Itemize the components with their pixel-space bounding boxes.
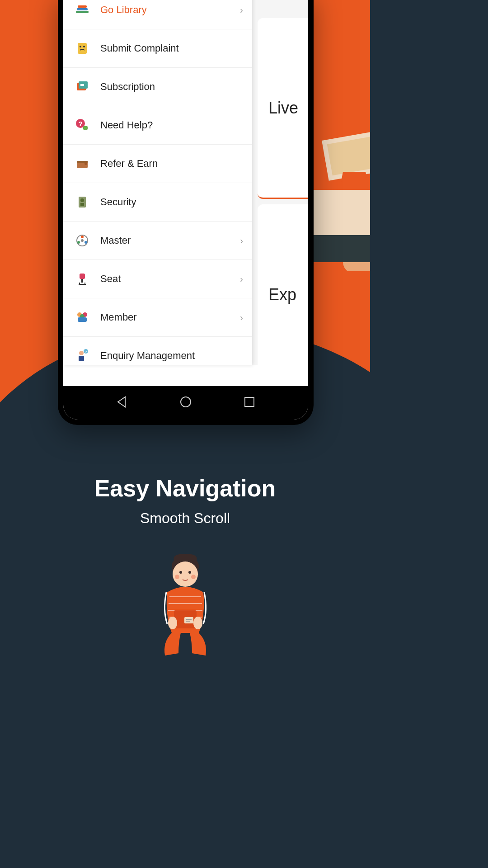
svg-point-43 xyxy=(179,571,182,574)
help-icon: ? xyxy=(74,117,90,133)
member-icon xyxy=(74,309,90,326)
chevron-right-icon: › xyxy=(240,5,243,15)
svg-text:?: ? xyxy=(85,350,87,354)
menu-item-subscription[interactable]: Subscription xyxy=(63,68,252,106)
menu-item-enquiry[interactable]: ? Enquiry Management xyxy=(63,337,252,365)
chevron-right-icon: › xyxy=(240,236,243,246)
menu-label: Need Help? xyxy=(100,119,243,131)
svg-rect-28 xyxy=(81,279,83,283)
android-nav-bar xyxy=(63,386,308,420)
security-icon xyxy=(74,194,90,210)
svg-point-36 xyxy=(79,351,84,355)
svg-rect-37 xyxy=(79,356,84,361)
svg-point-23 xyxy=(81,236,84,238)
enquiry-icon: ? xyxy=(74,348,90,364)
svg-point-26 xyxy=(81,239,84,242)
svg-point-8 xyxy=(80,46,81,47)
home-button[interactable] xyxy=(179,395,192,410)
menu-label: Subscription xyxy=(100,81,243,93)
menu-item-complaint[interactable]: Submit Complaint xyxy=(63,29,252,68)
svg-point-25 xyxy=(84,241,87,244)
svg-rect-41 xyxy=(245,397,254,406)
svg-rect-4 xyxy=(76,11,89,13)
menu-label: Go Library xyxy=(100,4,240,16)
menu-item-security[interactable]: Security xyxy=(63,183,252,222)
nav-drawer: Go Library › Submit Complaint Subscripti… xyxy=(63,0,252,365)
wallet-icon xyxy=(74,79,90,95)
master-icon xyxy=(74,232,90,249)
svg-point-44 xyxy=(188,571,191,574)
svg-rect-5 xyxy=(77,8,88,10)
recent-button[interactable] xyxy=(243,395,256,410)
menu-label: Security xyxy=(100,196,243,208)
svg-point-40 xyxy=(181,397,191,407)
svg-point-55 xyxy=(168,617,177,629)
card-label: Live xyxy=(268,99,298,118)
svg-text:?: ? xyxy=(79,120,83,127)
refer-icon xyxy=(74,156,90,172)
promo-title: Easy Navigation xyxy=(0,475,370,502)
back-button[interactable] xyxy=(115,395,129,410)
phone-screen: Live Exp Go Library › Submit Complaint xyxy=(63,0,308,420)
phone-frame: Live Exp Go Library › Submit Complaint xyxy=(58,0,314,425)
menu-label: Member xyxy=(100,311,240,323)
svg-rect-35 xyxy=(78,317,87,322)
svg-point-56 xyxy=(193,617,202,629)
svg-point-20 xyxy=(80,198,84,202)
svg-point-9 xyxy=(83,46,85,47)
svg-rect-52 xyxy=(184,617,193,623)
svg-rect-15 xyxy=(83,126,88,130)
promo-subtitle: Smooth Scroll xyxy=(0,510,370,527)
seat-icon xyxy=(74,271,90,287)
main-content-backdrop: Live Exp xyxy=(252,0,308,365)
menu-label: Master xyxy=(100,235,240,246)
menu-label: Refer & Earn xyxy=(100,158,243,170)
chevron-right-icon: › xyxy=(240,312,243,323)
book-stack-illustration xyxy=(307,190,370,280)
card-exp[interactable]: Exp xyxy=(258,204,308,385)
reader-illustration xyxy=(140,552,230,658)
svg-point-18 xyxy=(84,162,87,165)
menu-item-refer[interactable]: Refer & Earn xyxy=(63,145,252,183)
menu-item-library[interactable]: Go Library › xyxy=(63,0,252,29)
card-live[interactable]: Live xyxy=(258,18,308,199)
svg-rect-6 xyxy=(78,5,87,8)
menu-item-member[interactable]: Member › xyxy=(63,298,252,337)
svg-rect-27 xyxy=(80,274,85,279)
menu-label: Submit Complaint xyxy=(100,42,243,54)
menu-item-master[interactable]: Master › xyxy=(63,222,252,260)
menu-label: Enquiry Management xyxy=(100,350,243,362)
chevron-right-icon: › xyxy=(240,274,243,284)
card-label: Exp xyxy=(268,285,296,304)
svg-rect-21 xyxy=(80,203,84,206)
menu-label: Seat xyxy=(100,273,240,285)
menu-item-seat[interactable]: Seat › xyxy=(63,260,252,298)
svg-point-46 xyxy=(191,575,196,579)
svg-rect-12 xyxy=(80,84,84,86)
complaint-icon xyxy=(74,40,90,57)
books-icon xyxy=(74,2,90,18)
menu-item-help[interactable]: ? Need Help? xyxy=(63,106,252,145)
svg-point-24 xyxy=(77,241,80,244)
svg-point-45 xyxy=(175,575,179,579)
svg-point-42 xyxy=(173,561,198,587)
svg-rect-7 xyxy=(78,43,87,54)
